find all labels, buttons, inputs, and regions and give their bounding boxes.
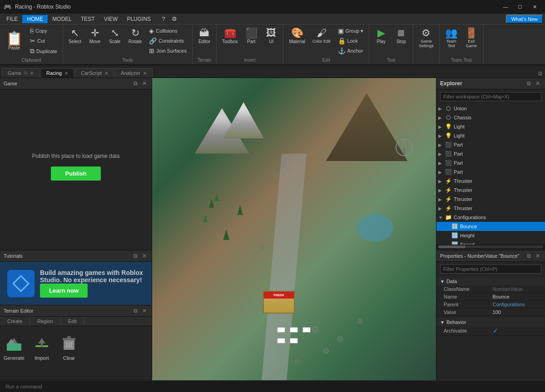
explorer-float[interactable]: ⧉ [525, 80, 532, 87]
ui-button[interactable]: 🖼 UI [262, 26, 280, 46]
explorer-item-configurations[interactable]: ▼📁Configurations [436, 213, 545, 222]
paste-button[interactable]: 📋 Paste [3, 26, 25, 56]
explorer-item-speed[interactable]: 🔢Speed [436, 240, 545, 245]
prop-name[interactable]: Name Bounce [436, 293, 545, 301]
game-panel-float[interactable]: ⧉ [132, 80, 139, 87]
explorer-item-union[interactable]: ▶⬡Union [436, 104, 545, 113]
play-button[interactable]: ▶ Play [372, 26, 390, 46]
explorer-item-light2[interactable]: ▶💡Light [436, 131, 545, 140]
anchor-button[interactable]: ⚓Anchor [335, 46, 367, 55]
tab-carscript-close[interactable]: ✕ [104, 71, 108, 76]
publish-button[interactable]: Publish [51, 167, 101, 181]
explorer-hscroll-thumb[interactable] [438, 245, 466, 248]
tutorials-panel-float[interactable]: ⧉ [132, 252, 139, 260]
terrain-clear-tool[interactable]: Clear [59, 333, 79, 361]
explorer-item-part2[interactable]: ▶⬛Part [436, 149, 545, 158]
select-button[interactable]: ↖ Select [66, 26, 84, 46]
learn-now-button[interactable]: Learn now [40, 284, 88, 298]
explorer-close[interactable]: ✕ [534, 80, 541, 87]
maximize-button[interactable]: ☐ [513, 2, 527, 11]
data-section-label: Data [446, 279, 457, 284]
tutorials-panel-close[interactable]: ✕ [141, 252, 148, 260]
tab-analyzer[interactable]: Analyzer ✕ [115, 68, 153, 78]
collisions-button[interactable]: ◈Collisions [146, 26, 189, 35]
explorer-item-height[interactable]: 🔢Height [436, 231, 545, 240]
close-button[interactable]: ✕ [528, 2, 541, 11]
explorer-item-thruster2[interactable]: ▶⚡Thruster [436, 186, 545, 195]
terrain-tab-region[interactable]: Region [30, 317, 61, 326]
explorer-item-chassis[interactable]: ▶⬡Chassis [436, 113, 545, 122]
menu-model[interactable]: MODEL [48, 15, 76, 23]
terrain-tab-edit[interactable]: Edit [61, 317, 84, 326]
team-test-label: Team Test [442, 57, 481, 63]
explorer-item-bounce[interactable]: 🔢Bounce [436, 222, 545, 231]
explorer-item-light1[interactable]: ▶💡Light [436, 122, 545, 131]
prop-parent[interactable]: Parent Configurations [436, 301, 545, 309]
tab-carscript[interactable]: CarScript ✕ [75, 68, 114, 78]
properties-behavior-header[interactable]: ▼ Behavior [436, 318, 545, 326]
archivable-checkbox[interactable]: ✓ [493, 327, 498, 334]
copy-button[interactable]: ⎘Copy [27, 26, 60, 35]
viewport-scene[interactable]: FINISH ⚙ ⚙ ⚙ ⚙ ⚙ [152, 78, 436, 380]
duplicate-button[interactable]: ⧉Duplicate [27, 46, 60, 56]
part-button[interactable]: ⬛ Part [242, 26, 260, 46]
lock-button[interactable]: 🔒Lock [335, 36, 367, 45]
explorer-item-part3[interactable]: ▶⬛Part [436, 158, 545, 167]
prop-value[interactable]: Value 100 [436, 309, 545, 316]
material-button[interactable]: 🎨 Material [286, 26, 308, 46]
tab-game[interactable]: Game ⧉ ✕ [2, 68, 40, 78]
tab-game-float[interactable]: ⧉ [24, 70, 27, 76]
terrain-panel-close[interactable]: ✕ [141, 307, 148, 314]
rotate-button[interactable]: ↻ Rotate [126, 26, 144, 46]
settings-icon[interactable]: ⚙ [170, 15, 179, 24]
game-panel-close[interactable]: ✕ [141, 80, 148, 87]
color-button[interactable]: 🖌 Color Edit [310, 26, 333, 45]
car4 [277, 338, 285, 343]
explorer-item-thruster3[interactable]: ▶⚡Thruster [436, 195, 545, 204]
terrain-editor-button[interactable]: 🏔 Editor [195, 26, 213, 46]
terrain-panel-float[interactable]: ⧉ [132, 307, 139, 314]
team-test-button[interactable]: 👥 TeamTest [442, 26, 461, 50]
tab-racing-close[interactable]: ✕ [64, 71, 68, 76]
join-surfaces-button[interactable]: ⊞Join Surfaces [146, 46, 189, 55]
properties-search-input[interactable] [440, 265, 541, 274]
terrain-generate-tool[interactable]: Generate [4, 333, 25, 361]
explorer-item-thruster1[interactable]: ▶⚡Thruster [436, 176, 545, 186]
menu-home[interactable]: HOME [22, 15, 48, 23]
explorer-search-input[interactable] [440, 92, 541, 101]
menu-plugins[interactable]: PLUGINS [122, 15, 155, 23]
tab-pop-out[interactable]: ⧉ [535, 69, 545, 78]
tab-analyzer-close[interactable]: ✕ [143, 71, 147, 76]
explorer-item-thruster4[interactable]: ▶⚡Thruster [436, 204, 545, 213]
terrain-import-tool[interactable]: Import [32, 333, 52, 361]
scale-button[interactable]: ⤡ Scale [106, 26, 124, 46]
properties-data-header[interactable]: ▼ Data [436, 277, 545, 285]
minimize-button[interactable]: — [499, 2, 512, 11]
game-settings-button[interactable]: ⚙ GameSettings [416, 26, 436, 50]
whats-new-button[interactable]: What's New [506, 15, 543, 24]
explorer-hscroll[interactable] [436, 245, 545, 249]
game-settings-label [416, 62, 436, 63]
menu-file[interactable]: FILE [2, 15, 22, 23]
tab-racing[interactable]: Racing ✕ [40, 68, 74, 78]
constraints-button[interactable]: 🔗Constraints [146, 36, 189, 45]
command-input[interactable] [5, 384, 540, 389]
move-button[interactable]: ✛ Move [86, 26, 104, 46]
menu-test[interactable]: TEST [76, 15, 99, 23]
stop-button[interactable]: ⏹ Stop [392, 26, 410, 46]
group-button[interactable]: ▣Group ▾ [335, 26, 367, 35]
help-icon[interactable]: ? [159, 15, 168, 24]
toolbox-button[interactable]: 🧰 Toolbox [219, 26, 240, 46]
properties-close[interactable]: ✕ [534, 252, 541, 260]
prop-archivable[interactable]: Archivable ✓ [436, 326, 545, 336]
explorer-item-part4[interactable]: ▶⬛Part [436, 167, 545, 176]
explorer-item-part1[interactable]: ▶⬛Part [436, 140, 545, 149]
publish-text: Publish this place to load game data [32, 153, 120, 159]
terrain-tab-create[interactable]: Create [0, 317, 30, 326]
exit-game-button[interactable]: 🚪 ExitGame [462, 26, 481, 50]
properties-float[interactable]: ⧉ [525, 252, 532, 260]
cut-button[interactable]: ✂Cut [27, 36, 60, 45]
menu-view[interactable]: VIEW [99, 15, 123, 23]
tab-game-close[interactable]: ✕ [30, 71, 34, 76]
tutorials-panel-title: Tutorials [4, 253, 23, 259]
